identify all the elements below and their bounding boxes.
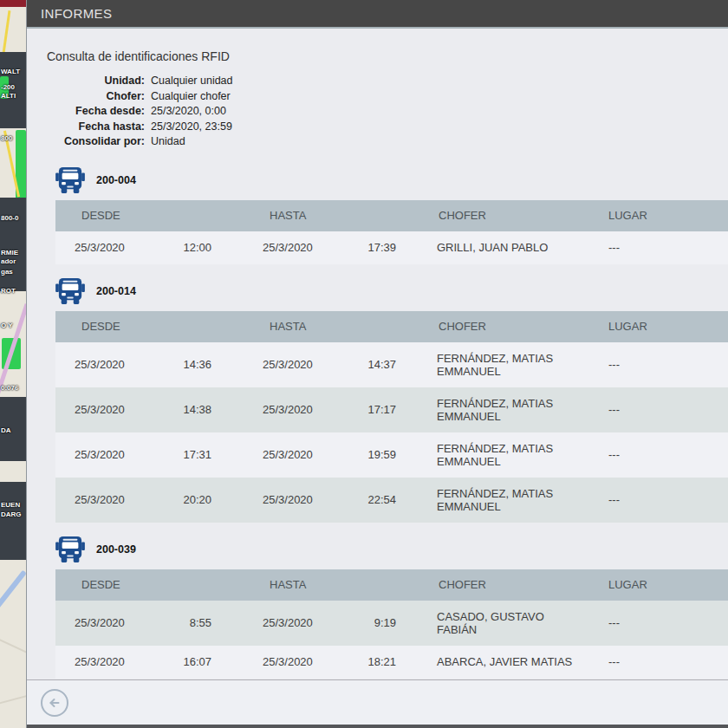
lugar-value: --- — [608, 655, 728, 668]
filter-label: Consolidar por: — [47, 135, 145, 148]
filter-label: Unidad: — [47, 75, 145, 88]
desde-time: 14:38 — [159, 403, 211, 416]
desde-date: 25/3/2020 — [55, 241, 159, 254]
report-body: Consulta de identificaciones RFID Unidad… — [27, 30, 728, 679]
desde-time: 14:36 — [159, 358, 211, 371]
arrow-left-icon — [47, 695, 62, 711]
map-text-fragment: ALTI — [1, 92, 16, 100]
unit-header: 200-014 — [55, 278, 728, 304]
bus-icon — [55, 167, 85, 193]
chofer-name: FERNÁNDEZ, MATIAS EMMANUEL — [396, 442, 608, 468]
desde-time: 8:55 — [159, 616, 211, 629]
map-text-fragment: 0:076 — [1, 384, 18, 392]
rfid-table: DESDE HASTA CHOFER LUGAR 25/3/2020 12:00… — [55, 200, 728, 264]
lugar-value: --- — [608, 403, 728, 416]
table-row: 25/3/2020 14:38 25/3/2020 17:17 FERNÁNDE… — [55, 387, 728, 432]
table-row: 25/3/2020 12:00 25/3/2020 17:39 GRILLI, … — [55, 231, 728, 264]
panel-titlebar: INFORMES — [27, 0, 728, 29]
table-header-row: DESDE HASTA CHOFER LUGAR — [55, 200, 728, 231]
bus-icon — [55, 536, 85, 562]
map-road — [0, 694, 26, 705]
informes-panel: INFORMES Consulta de identificaciones RF… — [26, 0, 728, 728]
lugar-value: --- — [608, 493, 728, 506]
table-row: 25/3/2020 16:07 25/3/2020 18:21 ABARCA, … — [55, 646, 728, 679]
table-row: 25/3/2020 14:36 25/3/2020 14:37 FERNÁNDE… — [55, 342, 728, 387]
col-lugar: LUGAR — [608, 578, 728, 591]
desde-date: 25/3/2020 — [55, 655, 159, 668]
col-chofer: CHOFER — [396, 320, 608, 333]
desde-date: 25/3/2020 — [55, 403, 159, 416]
hasta-time: 14:37 — [315, 358, 396, 371]
chofer-name: ABARCA, JAVIER MATIAS — [396, 655, 608, 668]
col-lugar: LUGAR — [608, 209, 728, 222]
map-road — [3, 10, 11, 54]
filter-label: Fecha hasta: — [47, 120, 145, 133]
bus-icon — [55, 278, 85, 304]
chofer-name: FERNÁNDEZ, MATIAS EMMANUEL — [396, 397, 608, 423]
hasta-time: 17:17 — [315, 403, 396, 416]
map-text-fragment: -200 — [1, 83, 15, 91]
hasta-date: 25/3/2020 — [211, 616, 315, 629]
rfid-table: DESDE HASTA CHOFER LUGAR 25/3/2020 8:55 … — [55, 569, 728, 679]
lugar-value: --- — [608, 616, 728, 629]
map-text-fragment: ROT — [1, 287, 16, 295]
table-row: 25/3/2020 20:20 25/3/2020 22:54 FERNÁNDE… — [55, 478, 728, 523]
hasta-date: 25/3/2020 — [211, 655, 315, 668]
unit-section: 200-004 DESDE HASTA CHOFER LUGAR 25/3/20… — [47, 167, 728, 264]
col-lugar: LUGAR — [608, 320, 728, 333]
col-desde: DESDE — [55, 320, 211, 333]
screen: WALT-200ALTI800800-0RMIEadorgasROTO Y0:0… — [0, 0, 728, 728]
map-text-fragment: RMIE — [1, 249, 18, 257]
hasta-time: 19:59 — [315, 448, 396, 461]
col-chofer: CHOFER — [396, 209, 608, 222]
map-text-fragment: DARG — [1, 510, 22, 518]
desde-date: 25/3/2020 — [55, 358, 159, 371]
desde-time: 16:07 — [159, 655, 211, 668]
map-buildings — [0, 482, 26, 560]
hasta-date: 25/3/2020 — [211, 493, 315, 506]
map-text-fragment: 800 — [1, 134, 12, 142]
desde-time: 12:00 — [159, 241, 211, 254]
map-text-fragment: gas — [1, 268, 13, 276]
map-red-road — [0, 0, 26, 7]
panel-title: INFORMES — [41, 6, 112, 21]
col-chofer: CHOFER — [396, 578, 608, 591]
table-header-row: DESDE HASTA CHOFER LUGAR — [55, 569, 728, 601]
hasta-time: 17:39 — [315, 241, 396, 254]
filter-value: Unidad — [151, 135, 728, 148]
map-background[interactable]: WALT-200ALTI800800-0RMIEadorgasROTO Y0:0… — [0, 0, 26, 728]
filter-summary: Unidad:Cualquier unidadChofer:Cualquier … — [47, 75, 728, 148]
hasta-date: 25/3/2020 — [211, 403, 315, 416]
map-road — [0, 638, 26, 654]
lugar-value: --- — [608, 358, 728, 371]
back-button[interactable] — [41, 689, 68, 717]
filter-value: Cualquier unidad — [151, 75, 728, 88]
chofer-name: FERNÁNDEZ, MATIAS EMMANUEL — [396, 352, 608, 378]
unit-label: 200-014 — [96, 285, 136, 297]
lugar-value: --- — [608, 241, 728, 254]
desde-date: 25/3/2020 — [55, 493, 159, 506]
map-text-fragment: WALT — [1, 68, 20, 75]
unit-label: 200-004 — [96, 174, 136, 186]
map-buildings — [0, 198, 26, 291]
desde-date: 25/3/2020 — [55, 616, 159, 629]
hasta-date: 25/3/2020 — [211, 448, 315, 461]
filter-label: Chofer: — [47, 90, 145, 103]
map-text-fragment: DA — [1, 426, 11, 434]
desde-time: 17:31 — [159, 448, 211, 461]
col-desde: DESDE — [55, 578, 211, 591]
map-river — [0, 570, 26, 621]
filter-value: Cualquier chofer — [151, 90, 728, 103]
filter-label: Fecha desde: — [47, 105, 145, 118]
filter-value: 25/3/2020, 0:00 — [151, 105, 728, 118]
map-text-fragment: O Y — [1, 322, 13, 329]
hasta-time: 22:54 — [315, 493, 396, 506]
table-row: 25/3/2020 17:31 25/3/2020 19:59 FERNÁNDE… — [55, 432, 728, 478]
filter-value: 25/3/2020, 23:59 — [151, 120, 728, 133]
col-hasta: HASTA — [211, 578, 396, 591]
bottom-strip — [27, 725, 728, 728]
desde-time: 20:20 — [159, 493, 211, 506]
hasta-time: 18:21 — [315, 655, 396, 668]
map-text-fragment: 800-0 — [1, 214, 18, 222]
chofer-name: GRILLI, JUAN PABLO — [396, 241, 608, 254]
